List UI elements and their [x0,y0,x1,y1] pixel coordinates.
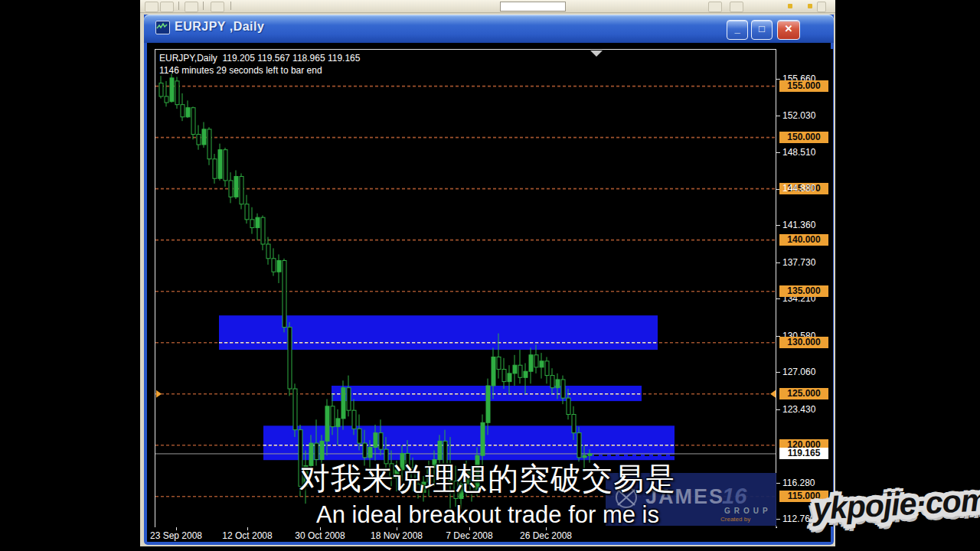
price-axis[interactable]: 155.660152.030148.510144.880141.360137.7… [776,49,833,527]
toolbar-button[interactable] [185,2,198,12]
candle-body [266,244,270,259]
price-tick-mark [776,152,780,153]
price-tick-mark [776,79,780,80]
price-tick-label: 141.360 [782,220,815,230]
candle-body [518,365,522,377]
candle-body [497,357,501,369]
chart-plot-area[interactable]: JAMES 16 GROUP Created by EURJPY,Daily 1… [155,49,777,528]
candle-body [358,429,361,443]
date-tick-label: 12 Oct 2008 [222,530,272,541]
candle-body [475,455,479,491]
chart-window-titlebar[interactable]: EURJPY ,Daily _ □ ✕ [144,15,834,43]
date-tick-label: 7 Dec 2008 [446,530,492,541]
candle-body [411,468,415,484]
candle-body [470,470,474,491]
date-tick-label: 30 Oct 2008 [295,530,345,541]
price-tick-mark [776,225,780,226]
date-tick-label: 18 Nov 2008 [371,530,423,541]
candle-body [572,415,576,433]
price-tick-label: 123.430 [782,404,815,415]
candle-body [336,419,340,427]
toolbar-zoom-out-icon[interactable] [808,4,812,8]
date-axis[interactable]: 23 Sep 200812 Oct 200830 Oct 200818 Nov … [155,527,776,542]
toolbar-separator [230,2,231,10]
candle-body [395,470,399,478]
candle-body [443,441,447,465]
candle-body [481,422,485,455]
candle-body [406,453,410,468]
date-tick-label: 23 Sep 2008 [150,530,202,541]
candle-body [261,217,265,244]
candle-body [502,370,506,382]
price-tick-mark [776,483,780,484]
candle-body [427,468,431,482]
price-level-label: 155.000 [779,80,828,92]
toolbar-button[interactable] [708,2,722,12]
candle-body [422,482,426,492]
last-bar-marker-icon [590,51,603,57]
price-level-label: 135.000 [779,285,828,297]
chart-header: EURJPY,Daily 119.205 119.567 118.965 119… [159,52,360,77]
brand-group: GROUP [724,507,772,515]
candle-body [486,386,490,422]
candle-body [556,380,560,388]
candle-body [363,443,367,458]
candle-body [250,220,254,228]
minimize-button[interactable]: _ [727,20,748,40]
toolbar-button[interactable] [817,2,826,12]
candle-body [315,443,318,459]
candle-body [197,135,201,145]
candle-body [331,406,335,427]
candle-body [256,217,260,227]
toolbar-button[interactable] [211,2,224,12]
window-title: EURJPY ,Daily [175,20,264,34]
toolbar-zoom-in-icon[interactable] [788,4,792,8]
candle-body [352,410,356,429]
candle-body [224,150,227,181]
level-arrow-right-icon [770,390,776,398]
candle-body [304,466,308,487]
candle-body [400,453,404,469]
candle-body [567,398,570,414]
candle-body [309,443,313,465]
close-button[interactable]: ✕ [777,20,800,40]
price-level-label: 125.000 [779,388,828,399]
toolbar-button[interactable] [145,2,158,12]
mt4-toolbar[interactable] [140,0,835,13]
candle-body [561,380,565,398]
candle-body [207,129,211,159]
price-level-label: 140.000 [779,234,828,246]
toolbar-symbol-field[interactable] [500,2,566,11]
candle-body [347,388,351,410]
candle-body [550,376,554,388]
chart-icon [155,21,170,34]
candle-body [229,181,233,197]
chart-header-ohlc: EURJPY,Daily 119.205 119.567 118.965 119… [159,53,360,64]
date-tick-label: 26 Dec 2008 [520,530,572,541]
candle-body [272,259,276,272]
candle-body [508,373,511,382]
candle-body [245,204,249,220]
price-tick-mark [776,409,780,410]
candle-body [283,260,286,327]
candle-body [534,355,538,367]
price-tick-label: 127.060 [782,367,815,377]
candle-body [213,159,217,178]
candle-body [449,466,452,481]
toolbar-button[interactable] [160,2,174,12]
candle-body [165,96,168,103]
price-tick-label: 152.030 [782,110,815,121]
toolbar-button[interactable] [730,2,743,12]
level-arrow-left-icon [156,390,162,398]
price-tick-label: 148.510 [782,147,815,158]
toolbar-separator [178,2,179,10]
maximize-button[interactable]: □ [751,20,773,40]
candle-body [459,484,463,499]
candle-body [545,361,549,376]
candle-body [513,365,517,373]
candle-body [293,389,297,430]
brand-credit: Created by [720,516,750,523]
candle-body [186,108,190,117]
candle-body [384,449,388,464]
price-tick-label: 144.880 [782,183,815,194]
